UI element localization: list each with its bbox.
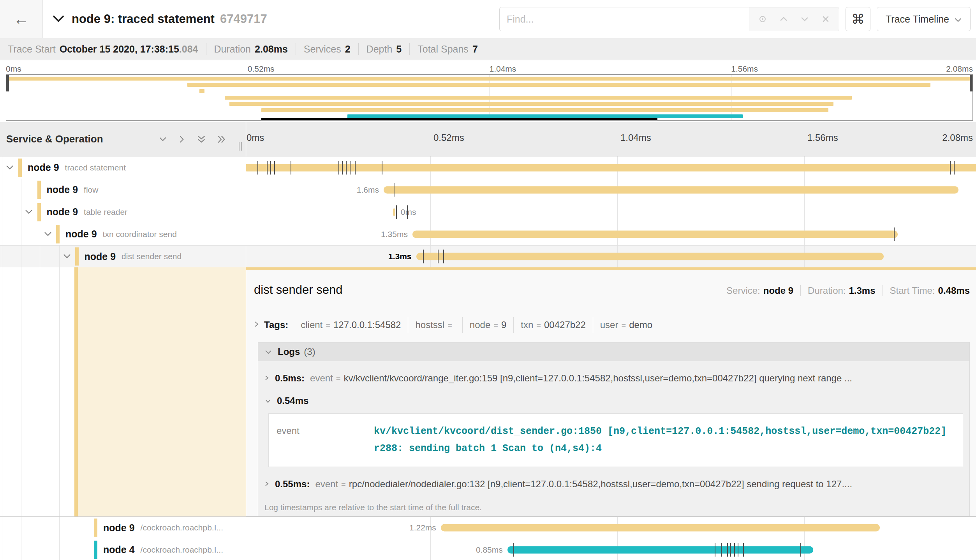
chevron-down-icon[interactable] <box>44 231 52 237</box>
tag-user: user=demo <box>593 317 659 333</box>
chevron-down-icon[interactable] <box>25 209 33 215</box>
tags-row[interactable]: Tags: client=127.0.0.1:54582 hostssl= no… <box>254 317 970 333</box>
span-color-bar <box>37 181 41 199</box>
span-name-cell[interactable]: node 9/cockroach.roachpb.I... <box>0 517 246 539</box>
service-name: node 9 <box>47 184 78 195</box>
locate-icon[interactable] <box>758 14 767 24</box>
expand-one-icon[interactable] <box>178 135 186 144</box>
log-marker-tick <box>291 161 291 174</box>
collapse-all-icon[interactable] <box>197 135 206 144</box>
service-name: node 4 <box>103 544 135 555</box>
span-row-traced-statement[interactable]: node 9traced statement <box>0 156 976 179</box>
trace-total-spans: Total Spans 7 <box>418 44 478 55</box>
span-name-cell[interactable]: node 9flow <box>0 179 246 201</box>
log-marker-tick <box>270 161 271 174</box>
log-entry-collapsed[interactable]: 0.5ms: event = kv/kvclient/kvcoord/range… <box>258 373 969 384</box>
divider <box>883 285 883 296</box>
next-match-icon[interactable] <box>800 14 809 24</box>
minimap-canvas[interactable] <box>6 74 973 121</box>
divider <box>296 43 296 55</box>
span-timeline-cell[interactable] <box>246 156 976 179</box>
minimap-span-bar <box>347 114 743 118</box>
span-bar[interactable] <box>384 186 958 193</box>
view-selector-button[interactable]: Trace Timeline <box>877 7 971 31</box>
log-marker-tick <box>342 161 343 174</box>
chevron-right-icon <box>264 479 270 490</box>
service-name: node 9 <box>103 522 135 534</box>
log-marker-tick <box>738 543 738 556</box>
operation-name: table reader <box>84 207 127 217</box>
expand-all-icon[interactable] <box>217 135 226 144</box>
span-timeline-cell[interactable]: 1.35ms <box>246 223 976 245</box>
divider <box>409 43 410 55</box>
span-timeline-cell[interactable]: 1.22ms <box>246 517 976 539</box>
find-input[interactable] <box>500 7 749 31</box>
minimap-viewport-bar[interactable] <box>261 118 657 120</box>
span-bar[interactable] <box>441 524 880 532</box>
span-name-cell[interactable]: node 9table reader <box>0 201 246 223</box>
collapse-controls <box>159 135 226 144</box>
tick-label: 1.56ms <box>804 132 838 143</box>
log-key: event <box>310 373 333 384</box>
span-timeline-cell[interactable]: 1.3ms <box>246 246 976 267</box>
minimap-span-bar <box>187 83 930 87</box>
view-selector-label: Trace Timeline <box>886 14 949 25</box>
log-marker-tick <box>346 161 347 174</box>
log-marker-tick <box>513 543 514 556</box>
span-row-txn-coordinator-send[interactable]: node 9txn coordinator send 1.35ms <box>0 223 976 245</box>
service-operation-title: Service & Operation <box>6 133 159 145</box>
minimap-left-scrubber[interactable] <box>6 75 9 91</box>
span-bar[interactable] <box>507 546 813 553</box>
span-name-cell[interactable]: node 9traced statement <box>0 156 246 179</box>
span-row-flow[interactable]: node 9flow 1.6ms <box>0 179 976 201</box>
span-bar[interactable] <box>416 253 884 260</box>
minimap-right-scrubber[interactable] <box>970 75 972 91</box>
log-entry-expanded-header[interactable]: 0.54ms <box>258 395 969 406</box>
log-marker-tick <box>950 161 951 174</box>
span-color-bar <box>75 248 79 266</box>
span-name-cell[interactable]: node 9dist sender send <box>0 246 246 267</box>
back-arrow-icon: ← <box>14 11 29 27</box>
minimap-span-bar <box>6 77 972 81</box>
span-timeline-cell[interactable]: 1.6ms <box>246 179 976 201</box>
chevron-down-icon[interactable] <box>5 165 14 171</box>
span-row-cockroach-node9[interactable]: node 9/cockroach.roachpb.I... 1.22ms <box>0 516 976 539</box>
column-resize-grip[interactable] <box>239 142 242 151</box>
duration-label: 1.3ms <box>388 252 412 261</box>
chevron-down-icon[interactable] <box>63 253 71 260</box>
keyboard-shortcuts-button[interactable]: ⌘ <box>846 7 870 31</box>
clear-find-icon[interactable] <box>821 14 830 24</box>
span-row-cockroach-node4[interactable]: node 4/cockroach.roachpb.I... 0.85ms <box>0 539 976 560</box>
chevron-right-icon <box>254 319 259 330</box>
tick-label: 0ms <box>246 132 264 143</box>
prev-match-icon[interactable] <box>779 14 788 24</box>
log-entry-collapsed[interactable]: 0.55ms: event = rpc/nodedialer/nodediale… <box>258 479 969 490</box>
span-bar[interactable] <box>412 230 898 238</box>
log-marker-tick <box>734 543 735 556</box>
back-button[interactable]: ← <box>0 0 43 38</box>
duration-label: 0ms <box>401 207 416 217</box>
span-timeline-cell[interactable]: 0.85ms <box>246 539 976 560</box>
axis-tick: 0.52ms <box>248 64 275 74</box>
chevron-right-icon <box>264 373 270 384</box>
span-name-cell[interactable]: node 9txn coordinator send <box>0 223 246 245</box>
span-row-table-reader[interactable]: node 9table reader 0ms <box>0 201 976 223</box>
log-marker-tick <box>338 161 339 174</box>
chevron-down-icon[interactable] <box>52 15 65 23</box>
collapse-one-icon[interactable] <box>159 135 167 143</box>
detail-left-band <box>0 267 246 516</box>
log-marker-tick <box>743 543 744 556</box>
timeline-header-row: Service & Operation 0ms 0.52ms 1.04ms 1.… <box>0 122 976 156</box>
span-timeline-cell[interactable]: 0ms <box>246 201 976 223</box>
axis-tick: 1.04ms <box>490 64 516 74</box>
chevron-down-icon <box>955 14 962 25</box>
logs-title: Logs <box>278 346 300 357</box>
span-name-cell[interactable]: node 4/cockroach.roachpb.I... <box>0 539 246 560</box>
span-row-dist-sender-send[interactable]: node 9dist sender send 1.3ms <box>0 245 976 267</box>
span-bar[interactable] <box>246 164 976 171</box>
tag-node: node=9 <box>462 317 513 333</box>
logs-header[interactable]: Logs (3) <box>258 342 969 361</box>
span-bar[interactable] <box>393 208 395 216</box>
command-icon: ⌘ <box>851 11 865 27</box>
trace-title-area: node 9: traced statement 6749717 <box>43 12 499 26</box>
